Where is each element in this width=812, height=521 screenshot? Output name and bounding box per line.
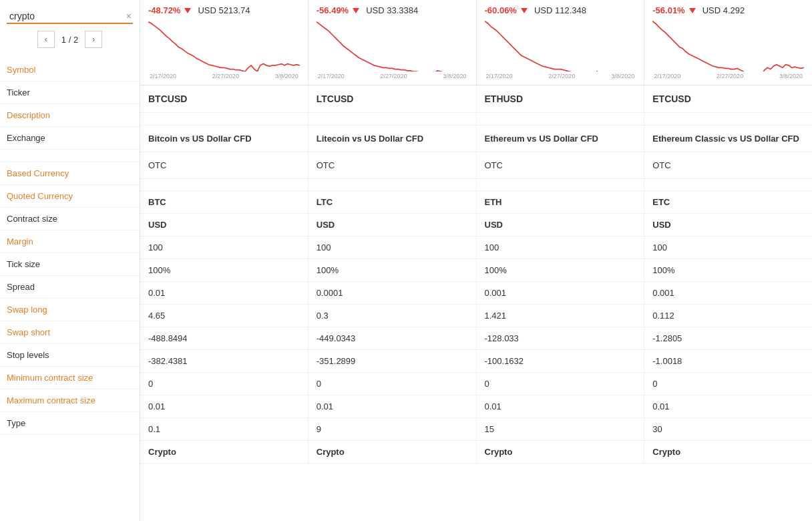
cell-contract-etcusd: 100 bbox=[644, 236, 812, 258]
cell-ticker-ethusd bbox=[477, 113, 645, 125]
row-swap-short: -382.4381 -351.2899 -100.1632 -1.0018 bbox=[140, 350, 812, 373]
row-symbol: BTCUSD LTCUSD ETHUSD ETCUSD bbox=[140, 85, 812, 113]
trend-down-icon-btcusd bbox=[184, 8, 191, 13]
chart-svg-btcusd bbox=[148, 18, 300, 71]
cell-type-btcusd: Crypto bbox=[140, 441, 309, 463]
cell-mincontract-ltcusd: 0.01 bbox=[309, 395, 477, 417]
cell-based-ltcusd: LTC bbox=[309, 191, 477, 213]
cell-contract-btcusd: 100 bbox=[140, 236, 309, 258]
cell-mincontract-btcusd: 0.01 bbox=[140, 395, 309, 417]
cell-margin-ltcusd: 100% bbox=[309, 259, 477, 281]
trend-down-icon-ethusd bbox=[521, 8, 528, 13]
sidebar-item-tick-size[interactable]: Tick size bbox=[0, 253, 140, 276]
cell-spread-btcusd: 4.65 bbox=[140, 305, 309, 327]
sidebar-item-ticker[interactable]: Ticker bbox=[0, 81, 140, 104]
cell-exchange-btcusd: OTC bbox=[140, 152, 309, 178]
sidebar-item-stop-levels[interactable]: Stop levels bbox=[0, 344, 140, 367]
row-spacer bbox=[140, 179, 812, 191]
cell-margin-etcusd: 100% bbox=[644, 259, 812, 281]
cell-tick-ethusd: 0.001 bbox=[477, 282, 645, 304]
chart-header-ltcusd: -56.49% USD 33.3384 bbox=[317, 5, 468, 15]
sidebar-item-swap-long[interactable]: Swap long bbox=[0, 299, 140, 321]
cell-margin-ethusd: 100% bbox=[477, 259, 645, 281]
cell-maxcontract-ethusd: 15 bbox=[477, 418, 645, 440]
prev-page-button[interactable]: ‹ bbox=[37, 31, 55, 48]
cell-stop-btcusd: 0 bbox=[140, 373, 309, 395]
row-description: Bitcoin vs US Dollar CFD Litecoin vs US … bbox=[140, 126, 812, 152]
cell-quoted-ltcusd: USD bbox=[309, 214, 477, 236]
main-content: -48.72% USD 5213.74 2/17/20202/27/20203/… bbox=[140, 0, 812, 521]
sidebar-item-quoted-currency[interactable]: Quoted Currency bbox=[0, 185, 140, 208]
pagination: ‹ 1 / 2 › bbox=[0, 31, 140, 48]
chart-svg-ethusd bbox=[485, 18, 636, 71]
cell-desc-ltcusd: Litecoin vs US Dollar CFD bbox=[309, 126, 477, 152]
row-type: Crypto Crypto Crypto Crypto bbox=[140, 441, 812, 464]
cell-desc-ethusd: Ethereum vs US Dollar CFD bbox=[477, 126, 645, 152]
row-min-contract: 0.01 0.01 0.01 0.01 bbox=[140, 395, 812, 418]
sidebar-item-contract-size[interactable]: Contract size bbox=[0, 208, 140, 230]
cell-swaplong-ltcusd: -449.0343 bbox=[309, 327, 477, 349]
cell-exchange-ethusd: OTC bbox=[477, 152, 645, 178]
cell-quoted-ethusd: USD bbox=[477, 214, 645, 236]
cell-based-btcusd: BTC bbox=[140, 191, 309, 213]
page-info: 1 / 2 bbox=[61, 35, 78, 45]
trend-down-icon-etcusd bbox=[689, 8, 696, 13]
cell-contract-ltcusd: 100 bbox=[309, 236, 477, 258]
sidebar-item-swap-short[interactable]: Swap short bbox=[0, 321, 140, 344]
next-page-button[interactable]: › bbox=[85, 31, 102, 48]
cell-desc-btcusd: Bitcoin vs US Dollar CFD bbox=[140, 126, 309, 152]
cell-quoted-btcusd: USD bbox=[140, 214, 309, 236]
sidebar-item-max-contract[interactable]: Maximum contract size bbox=[0, 389, 140, 412]
row-max-contract: 0.1 9 15 30 bbox=[140, 418, 812, 441]
cell-quoted-etcusd: USD bbox=[644, 214, 812, 236]
cell-spread-ethusd: 1.421 bbox=[477, 305, 645, 327]
cell-symbol-ethusd: ETHUSD bbox=[477, 85, 645, 112]
cell-swapshort-etcusd: -1.0018 bbox=[644, 350, 812, 372]
cell-margin-btcusd: 100% bbox=[140, 259, 309, 281]
cell-tick-btcusd: 0.01 bbox=[140, 282, 309, 304]
data-table: BTCUSD LTCUSD ETHUSD ETCUSD Bitcoin vs U… bbox=[140, 85, 812, 464]
search-input[interactable] bbox=[7, 9, 133, 24]
cell-tick-ltcusd: 0.0001 bbox=[309, 282, 477, 304]
cell-symbol-ltcusd: LTCUSD bbox=[309, 85, 477, 112]
cell-based-ethusd: ETH bbox=[477, 191, 645, 213]
sidebar-item-min-contract[interactable]: Minimum contract size bbox=[0, 367, 140, 389]
row-based-currency: BTC LTC ETH ETC bbox=[140, 191, 812, 214]
sidebar-item-based-currency[interactable]: Based Currency bbox=[0, 162, 140, 185]
sidebar-item-exchange[interactable]: Exchange bbox=[0, 127, 140, 150]
pct-change-etcusd: -56.01% bbox=[652, 5, 684, 15]
row-ticker bbox=[140, 113, 812, 126]
chart-btcusd: -48.72% USD 5213.74 2/17/20202/27/20203/… bbox=[140, 0, 309, 85]
clear-icon[interactable]: × bbox=[126, 11, 132, 21]
sidebar: × ‹ 1 / 2 › Symbol Ticker Description Ex… bbox=[0, 0, 140, 521]
row-spread: 4.65 0.3 1.421 0.112 bbox=[140, 305, 812, 327]
cell-swaplong-ethusd: -128.033 bbox=[477, 327, 645, 349]
chart-header-etcusd: -56.01% USD 4.292 bbox=[652, 5, 804, 15]
sidebar-item-spacer bbox=[0, 150, 140, 162]
chart-dates-ethusd: 2/17/20202/27/20203/8/2020 bbox=[485, 73, 636, 79]
row-tick-size: 0.01 0.0001 0.001 0.001 bbox=[140, 282, 812, 305]
sidebar-item-description[interactable]: Description bbox=[0, 104, 140, 127]
sidebar-item-margin[interactable]: Margin bbox=[0, 230, 140, 253]
cell-swaplong-btcusd: -488.8494 bbox=[140, 327, 309, 349]
cell-stop-etcusd: 0 bbox=[644, 373, 812, 395]
cell-stop-ltcusd: 0 bbox=[309, 373, 477, 395]
chart-header-ethusd: -60.06% USD 112.348 bbox=[485, 5, 636, 15]
sidebar-item-spread[interactable]: Spread bbox=[0, 276, 140, 299]
cell-type-ethusd: Crypto bbox=[477, 441, 645, 463]
row-stop-levels: 0 0 0 0 bbox=[140, 373, 812, 395]
cell-stop-ethusd: 0 bbox=[477, 373, 645, 395]
cell-swaplong-etcusd: -1.2805 bbox=[644, 327, 812, 349]
sidebar-item-type[interactable]: Type bbox=[0, 412, 140, 435]
chart-dates-etcusd: 2/17/20202/27/20203/8/2020 bbox=[652, 73, 804, 79]
chart-etcusd: -56.01% USD 4.292 2/17/20202/27/20203/8/… bbox=[644, 0, 812, 85]
chart-ethusd: -60.06% USD 112.348 2/17/20202/27/20203/… bbox=[477, 0, 645, 85]
cell-spread-etcusd: 0.112 bbox=[644, 305, 812, 327]
cell-spread-ltcusd: 0.3 bbox=[309, 305, 477, 327]
cell-ticker-btcusd bbox=[140, 113, 309, 125]
sidebar-item-symbol[interactable]: Symbol bbox=[0, 59, 140, 81]
row-swap-long: -488.8494 -449.0343 -128.033 -1.2805 bbox=[140, 327, 812, 350]
chart-ltcusd: -56.49% USD 33.3384 2/17/20202/27/20203/… bbox=[309, 0, 477, 85]
cell-ticker-ltcusd bbox=[309, 113, 477, 125]
pct-change-ethusd: -60.06% bbox=[485, 5, 517, 15]
